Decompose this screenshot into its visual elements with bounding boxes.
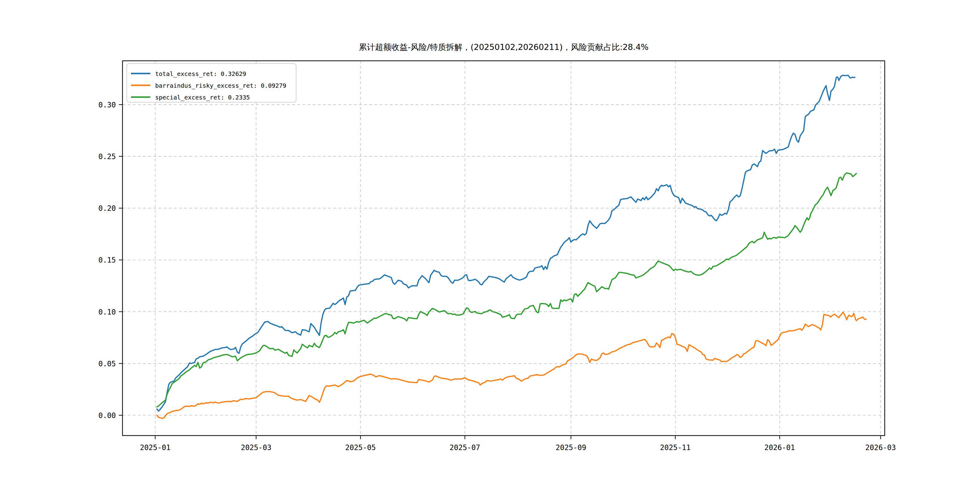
y-tick-label: 0.25 [98,153,116,161]
y-tick-label: 0.15 [98,256,116,264]
y-tick-label: 0.10 [98,308,116,317]
figure: 累计超额收益-风险/特质拆解，(20250102,20260211)，风险贡献占… [0,0,980,490]
x-tick-label: 2025-05 [345,444,375,452]
legend-label: barraindus_risky_excess_ret: 0.09279 [155,82,286,89]
cumulative-excess-return-chart: 累计超额收益-风险/特质拆解，(20250102,20260211)，风险贡献占… [0,0,980,490]
x-tick-label: 2025-07 [449,444,480,452]
legend-label: special_excess_ret: 0.2335 [155,94,250,101]
y-tick-label: 0.00 [98,411,116,420]
x-tick-label: 2025-09 [556,444,586,452]
y-tick-label: 0.20 [98,204,116,213]
x-tick-label: 2025-03 [241,444,271,452]
legend-label: total_excess_ret: 0.32629 [155,70,246,78]
y-tick-label: 0.05 [98,360,116,368]
x-tick-label: 2026-01 [764,444,795,452]
legend: total_excess_ret: 0.32629barraindus_risk… [127,64,296,102]
chart-title: 累计超额收益-风险/特质拆解，(20250102,20260211)，风险贡献占… [359,42,649,52]
x-tick-label: 2025-11 [660,444,690,452]
x-tick-label: 2025-01 [140,444,170,452]
x-tick-label: 2026-03 [865,444,896,452]
y-tick-label: 0.30 [98,101,116,109]
